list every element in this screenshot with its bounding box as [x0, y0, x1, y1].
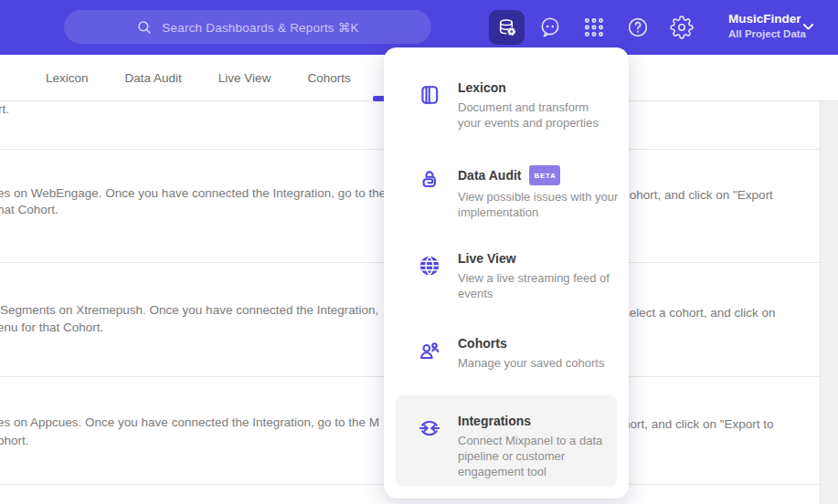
row-text: ohort. — [0, 434, 29, 447]
search-input[interactable]: Search Dashboards & Reports ⌘K — [64, 10, 431, 44]
menu-item-title: Live View — [458, 251, 610, 267]
sync-arrows-icon — [417, 415, 442, 441]
people-icon — [417, 338, 442, 363]
question-icon — [626, 16, 650, 39]
data-management-button[interactable] — [489, 10, 525, 45]
row-text: es on Appcues. Once you have connected t… — [0, 415, 379, 429]
menu-item-live-view[interactable]: Live View View a live streaming feed of … — [417, 251, 610, 301]
menu-item-title: Data AuditBETA — [458, 165, 618, 185]
grid-dots-icon — [582, 16, 606, 39]
book-icon — [417, 82, 442, 108]
nav-dropdown-panel: Lexicon Document and transform your even… — [384, 47, 629, 499]
menu-item-title: Integrations — [458, 414, 602, 429]
gear-icon — [670, 16, 694, 39]
scrollbar-track[interactable] — [820, 101, 838, 504]
chevron-down-icon[interactable] — [802, 23, 814, 31]
menu-item-desc: View possible issues with your implement… — [458, 189, 618, 220]
menu-item-title: Cohorts — [458, 336, 604, 352]
menu-item-title: Lexicon — [458, 80, 599, 96]
menu-item-desc: Connect Mixpanel to a data pipeline or c… — [458, 433, 602, 479]
database-gear-icon — [496, 16, 518, 38]
tab-cohorts[interactable]: Cohorts — [307, 71, 350, 85]
apps-grid-button[interactable] — [582, 16, 606, 39]
project-subtitle: All Project Data — [728, 28, 806, 39]
top-nav-bar: Search Dashboards & Reports ⌘K — [0, 0, 838, 55]
audit-lock-icon — [417, 167, 442, 193]
tab-live-view[interactable]: Live View — [218, 71, 271, 85]
settings-button[interactable] — [670, 16, 694, 39]
row-text: rt. — [0, 102, 9, 116]
chat-face-icon — [538, 16, 562, 39]
row-text: Segments on Xtremepush. Once you have co… — [0, 303, 378, 317]
menu-item-cohorts[interactable]: Cohorts Manage your saved cohorts — [417, 336, 604, 371]
help-button[interactable] — [626, 16, 650, 39]
search-icon — [136, 19, 153, 36]
row-text: select a cohort, and click on — [623, 306, 776, 320]
menu-item-integrations[interactable]: Integrations Connect Mixpanel to a data … — [396, 395, 617, 487]
beta-badge: BETA — [529, 165, 560, 185]
tab-lexicon[interactable]: Lexicon — [46, 71, 89, 85]
menu-item-data-audit[interactable]: Data AuditBETA View possible issues with… — [417, 165, 618, 220]
menu-item-lexicon[interactable]: Lexicon Document and transform your even… — [417, 80, 599, 131]
project-selector[interactable]: MusicFinder All Project Data — [728, 12, 806, 39]
row-text: enu for that Cohort. — [0, 320, 103, 334]
search-placeholder: Search Dashboards & Reports ⌘K — [162, 20, 358, 35]
globe-icon — [417, 253, 442, 278]
app-window: rt. es on WebEngage. Once you have conne… — [0, 0, 838, 504]
row-text: hat Cohort. — [0, 203, 58, 216]
row-text: cohort, and click on "Export — [623, 188, 773, 202]
menu-item-desc: View a live streaming feed of events — [458, 270, 610, 301]
row-text: es on WebEngage. Once you have connected… — [0, 186, 386, 200]
menu-item-desc: Document and transform your events and p… — [458, 100, 599, 131]
row-text: hort, and click on "Export to — [623, 417, 774, 431]
tab-data-audit[interactable]: Data Audit — [125, 71, 182, 85]
feedback-button[interactable] — [538, 16, 562, 39]
menu-item-desc: Manage your saved cohorts — [458, 355, 604, 371]
project-name: MusicFinder — [728, 12, 806, 26]
